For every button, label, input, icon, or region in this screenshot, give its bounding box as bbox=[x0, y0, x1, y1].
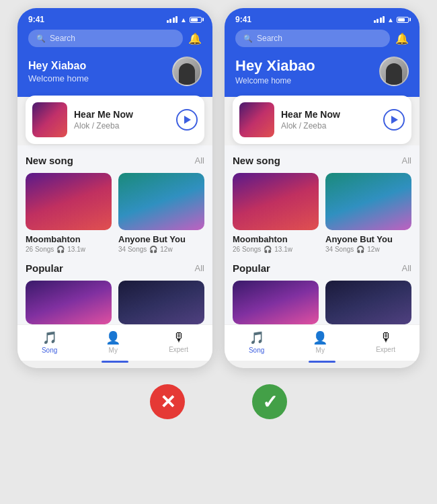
right-verdict-icon: ✓ bbox=[252, 384, 287, 419]
expert-nav-label-right: Expert bbox=[376, 346, 395, 353]
greeting-title-right: Hey Xiabao bbox=[235, 57, 315, 75]
np-thumbnail-right bbox=[239, 102, 274, 137]
greeting-text-right: Hey Xiabao Welcome home bbox=[235, 57, 315, 85]
song-card-img-2-left bbox=[118, 173, 204, 230]
popular-title-left: Popular bbox=[26, 262, 63, 274]
popular-section-right: Popular All bbox=[233, 262, 411, 324]
song-card-meta-1-left: 26 Songs 🎧 13.1w bbox=[26, 246, 112, 253]
search-placeholder-left: Search bbox=[50, 34, 75, 43]
greeting-text-left: Hey Xiabao Welcome home bbox=[28, 60, 89, 83]
song-card-meta-2-right: 34 Songs 🎧 12w bbox=[325, 246, 411, 253]
now-playing-left[interactable]: Hear Me Now Alok / Zeeba bbox=[26, 96, 204, 144]
popular-all-right[interactable]: All bbox=[402, 263, 411, 273]
popular-section-left: Popular All bbox=[26, 262, 204, 324]
song-card-title-1-left: Moombahton bbox=[26, 234, 112, 244]
song-card-img-1-left bbox=[26, 173, 112, 230]
bottom-nav-left: 🎵 Song 👤 My 🎙 Expert bbox=[17, 324, 212, 361]
popular-card-1-left[interactable] bbox=[26, 281, 112, 324]
popular-header-left: Popular All bbox=[26, 262, 204, 274]
popular-card-1-right[interactable] bbox=[233, 281, 319, 324]
np-thumbnail-left bbox=[32, 102, 67, 137]
new-song-all-right[interactable]: All bbox=[402, 155, 411, 166]
song-card-1-left[interactable]: Moombahton 26 Songs 🎧 13.1w bbox=[26, 173, 112, 253]
np-info-left: Hear Me Now Alok / Zeeba bbox=[74, 109, 169, 131]
song-card-1-right[interactable]: Moombahton 26 Songs 🎧 13.1w bbox=[233, 173, 319, 253]
search-input-left[interactable]: 🔍 Search bbox=[28, 30, 183, 47]
nav-song-left[interactable]: 🎵 Song bbox=[42, 330, 57, 354]
np-artist-right: Alok / Zeeba bbox=[281, 121, 376, 131]
status-bar-right: 9:41 ▲ bbox=[235, 15, 409, 24]
search-placeholder-right: Search bbox=[257, 34, 282, 43]
phone-left: 9:41 ▲ 🔍 Sea bbox=[17, 8, 212, 368]
bottom-nav-right: 🎵 Song 👤 My 🎙 Expert bbox=[225, 324, 420, 361]
song-card-img-1-right bbox=[233, 173, 319, 230]
expert-nav-icon-right: 🎙 bbox=[380, 330, 392, 345]
popular-all-left[interactable]: All bbox=[195, 263, 204, 273]
my-nav-label-right: My bbox=[316, 347, 325, 354]
nav-my-left[interactable]: 👤 My bbox=[106, 330, 120, 354]
greeting-left: Hey Xiabao Welcome home bbox=[28, 57, 202, 97]
wifi-icon-right: ▲ bbox=[387, 16, 394, 24]
song-nav-icon-right: 🎵 bbox=[249, 330, 264, 345]
new-song-header-left: New song All bbox=[26, 155, 204, 166]
status-bar-left: 9:41 ▲ bbox=[28, 15, 202, 24]
new-song-all-left[interactable]: All bbox=[195, 155, 204, 166]
wrong-icon: ✕ bbox=[160, 391, 175, 413]
song-card-title-2-right: Anyone But You bbox=[325, 234, 411, 244]
song-card-2-right[interactable]: Anyone But You 34 Songs 🎧 12w bbox=[325, 173, 411, 253]
avatar-left bbox=[172, 57, 202, 86]
song-card-meta-1-right: 26 Songs 🎧 13.1w bbox=[233, 246, 319, 253]
song-card-2-left[interactable]: Anyone But You 34 Songs 🎧 12w bbox=[118, 173, 204, 253]
verdict-row: ✕ ✓ bbox=[7, 384, 430, 419]
status-icons-right: ▲ bbox=[374, 16, 409, 24]
popular-title-right: Popular bbox=[233, 262, 270, 274]
greeting-subtitle-left: Welcome home bbox=[28, 73, 89, 83]
phone-left-header: 9:41 ▲ 🔍 Sea bbox=[17, 8, 212, 97]
search-bar-row-right: 🔍 Search 🔔 bbox=[235, 30, 409, 47]
search-input-right[interactable]: 🔍 Search bbox=[235, 30, 390, 47]
nav-my-right[interactable]: 👤 My bbox=[313, 330, 327, 354]
np-title-right: Hear Me Now bbox=[281, 109, 376, 120]
np-play-button-left[interactable] bbox=[176, 109, 198, 131]
signal-icon-left bbox=[167, 16, 178, 23]
song-nav-icon-left: 🎵 bbox=[42, 330, 57, 345]
popular-card-2-left[interactable] bbox=[118, 281, 204, 324]
search-icon-right: 🔍 bbox=[243, 34, 253, 43]
phones-container: 9:41 ▲ 🔍 Sea bbox=[7, 8, 430, 368]
song-cards-right: Moombahton 26 Songs 🎧 13.1w Anyone But Y… bbox=[233, 173, 411, 253]
np-info-right: Hear Me Now Alok / Zeeba bbox=[281, 109, 376, 131]
song-card-title-1-right: Moombahton bbox=[233, 234, 319, 244]
nav-expert-left[interactable]: 🎙 Expert bbox=[169, 330, 188, 354]
greeting-subtitle-right: Welcome home bbox=[235, 76, 315, 85]
popular-cards-left bbox=[26, 281, 204, 324]
song-nav-label-right: Song bbox=[249, 347, 264, 354]
phone-right-header: 9:41 ▲ 🔍 Sea bbox=[225, 8, 420, 97]
notification-icon-right[interactable]: 🔔 bbox=[395, 32, 409, 45]
battery-icon-left bbox=[190, 17, 202, 23]
nav-expert-right[interactable]: 🎙 Expert bbox=[376, 330, 395, 354]
song-nav-label-left: Song bbox=[42, 347, 57, 354]
right-icon: ✓ bbox=[262, 391, 278, 413]
my-nav-icon-left: 👤 bbox=[106, 330, 120, 345]
phone-body-right: New song All Moombahton 26 Songs 🎧 13.1w… bbox=[225, 145, 420, 324]
expert-nav-label-left: Expert bbox=[169, 346, 188, 353]
np-artist-left: Alok / Zeeba bbox=[74, 121, 169, 131]
notification-icon-left[interactable]: 🔔 bbox=[188, 32, 202, 45]
nav-song-right[interactable]: 🎵 Song bbox=[249, 330, 264, 354]
phone-body-left: New song All Moombahton 26 Songs 🎧 13.1w… bbox=[17, 145, 212, 324]
np-play-button-right[interactable] bbox=[383, 109, 405, 131]
new-song-title-right: New song bbox=[233, 155, 280, 166]
np-title-left: Hear Me Now bbox=[74, 109, 169, 120]
play-icon-right bbox=[391, 116, 398, 124]
song-card-title-2-left: Anyone But You bbox=[118, 234, 204, 244]
my-nav-icon-right: 👤 bbox=[313, 330, 327, 345]
popular-cards-right bbox=[233, 281, 411, 324]
greeting-right: Hey Xiabao Welcome home bbox=[235, 57, 409, 97]
new-song-header-right: New song All bbox=[233, 155, 411, 166]
wifi-icon-left: ▲ bbox=[180, 16, 187, 24]
avatar-right bbox=[379, 57, 409, 86]
now-playing-right[interactable]: Hear Me Now Alok / Zeeba bbox=[233, 96, 411, 144]
popular-card-2-right[interactable] bbox=[325, 281, 411, 324]
song-cards-left: Moombahton 26 Songs 🎧 13.1w Anyone But Y… bbox=[26, 173, 204, 253]
new-song-title-left: New song bbox=[26, 155, 73, 166]
